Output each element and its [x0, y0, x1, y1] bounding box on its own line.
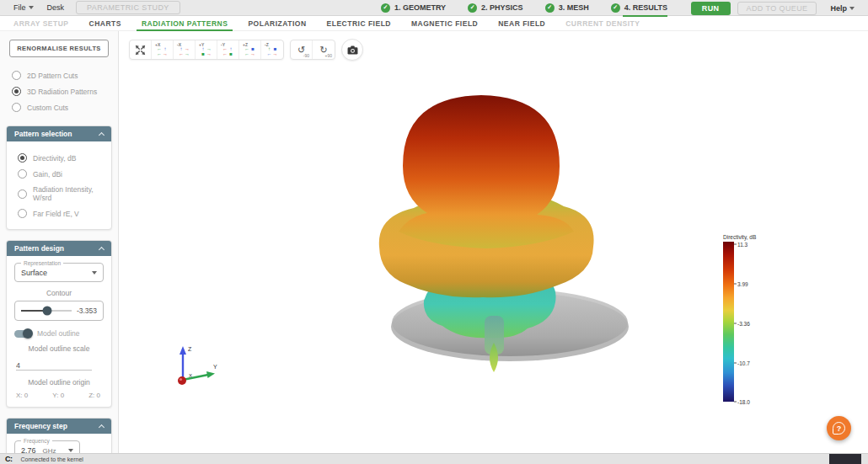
- toggle-knob: [23, 328, 33, 339]
- camera-icon: [347, 45, 358, 55]
- check-circle-icon: ✓: [545, 3, 555, 13]
- field-label: Representation: [21, 260, 63, 266]
- view-minus-y-button[interactable]: -Y ←↑←■: [217, 40, 239, 59]
- option-far-field[interactable]: Far Field rE, V: [14, 205, 104, 221]
- contour-slider-box: -3.353: [14, 301, 104, 321]
- collapse-chevron-icon: [99, 424, 104, 429]
- desk-menu[interactable]: Desk: [40, 3, 72, 12]
- panel-title: Frequency step: [14, 422, 67, 430]
- renormalise-results-button[interactable]: RENORMALISE RESULTS: [9, 40, 109, 57]
- run-button[interactable]: RUN: [691, 2, 731, 15]
- chevron-down-icon: [68, 449, 73, 452]
- radio-label: Gain, dBi: [33, 170, 62, 179]
- radio-icon: [12, 71, 21, 80]
- tab-near-field[interactable]: NEAR FIELD: [490, 16, 554, 31]
- kernel-status-message: Connected to the kernel: [21, 456, 83, 462]
- step-label: 1. GEOMETRY: [394, 3, 446, 12]
- origin-x[interactable]: X: 0: [16, 392, 28, 399]
- view-plus-z-button[interactable]: +Z ←■←→: [239, 40, 261, 59]
- kernel-logo: C:: [5, 455, 13, 463]
- viewport-3d[interactable]: +X ←↑←→ -X ↑→←→ +Y ↑→■→: [119, 31, 868, 453]
- colorbar-title: Directivity, dB: [723, 234, 762, 240]
- axis-arrows-icon: ←■←→: [244, 46, 256, 56]
- rotate-ccw-button[interactable]: ↺ -90: [291, 40, 313, 59]
- parametric-study-button[interactable]: PARAMETRIC STUDY: [76, 1, 180, 14]
- axis-arrows-icon: ↑■←→: [266, 46, 278, 56]
- model-outline-origin-label: Model outline origin: [14, 378, 104, 387]
- collapse-chevron-icon: [99, 131, 104, 137]
- colorbar-tick: -18.0: [734, 399, 750, 405]
- representation-select[interactable]: Representation Surface: [14, 263, 104, 282]
- origin-y[interactable]: Y: 0: [52, 392, 64, 399]
- view-minus-z-button[interactable]: -Z ↑■←→: [261, 40, 283, 59]
- model-outline-toggle[interactable]: [14, 330, 31, 338]
- topbar-actions: RUN ADD TO QUEUE Help: [691, 0, 861, 16]
- help-bubble-icon: ?: [833, 422, 845, 435]
- option-gain[interactable]: Gain, dBi: [14, 166, 104, 182]
- contour-slider-thumb[interactable]: [43, 307, 52, 316]
- radio-label: Custom Cuts: [27, 104, 68, 112]
- view-option-2d-pattern-cuts[interactable]: 2D Pattern Cuts: [0, 67, 118, 83]
- rotate-cw-button[interactable]: ↻ +90: [313, 40, 335, 59]
- step-geometry[interactable]: ✓ 1. GEOMETRY: [381, 3, 446, 13]
- step-results[interactable]: ✓ 4. RESULTS: [611, 3, 667, 13]
- option-directivity[interactable]: Directivity, dB: [14, 150, 104, 166]
- watermark-block: [829, 454, 861, 464]
- help-menu[interactable]: Help: [823, 4, 861, 13]
- radio-label: Radiation Intensity, W/srd: [33, 185, 104, 202]
- option-radiation-intensity[interactable]: Radiation Intensity, W/srd: [14, 182, 104, 205]
- add-to-queue-button[interactable]: ADD TO QUEUE: [737, 2, 817, 15]
- file-menu[interactable]: File: [7, 3, 40, 12]
- frequency-step-panel: Frequency step Frequency 2.76 GHz Max fr…: [6, 418, 112, 453]
- tab-array-setup: ARRAY SETUP: [5, 16, 78, 31]
- model-outline-scale-input[interactable]: [16, 361, 92, 371]
- contour-value: -3.353: [77, 307, 97, 315]
- panel-title: Pattern selection: [14, 130, 72, 138]
- z-axis-label: Z: [188, 346, 192, 352]
- tab-current-density: CURRENT DENSITY: [557, 16, 648, 31]
- frequency-step-header[interactable]: Frequency step: [7, 419, 111, 434]
- collapse-chevron-icon: [99, 246, 104, 252]
- pattern-selection-header[interactable]: Pattern selection: [7, 126, 111, 141]
- tab-polarization[interactable]: POLARIZATION: [239, 16, 314, 31]
- view-option-custom-cuts[interactable]: Custom Cuts: [0, 99, 118, 115]
- frequency-value: 2.76: [21, 446, 36, 453]
- step-mesh[interactable]: ✓ 3. MESH: [545, 3, 589, 13]
- fit-view-button[interactable]: [130, 40, 152, 59]
- top-menu-bar: File Desk PARAMETRIC STUDY ✓ 1. GEOMETRY…: [0, 0, 868, 16]
- pattern-design-panel: Pattern design Representation Surface Co…: [6, 240, 112, 408]
- radio-icon: [18, 169, 27, 179]
- view-minus-x-button[interactable]: -X ↑→←→: [174, 40, 196, 59]
- screenshot-button[interactable]: [341, 39, 363, 61]
- results-tab-bar: ARRAY SETUP CHARTS RADIATION PATTERNS PO…: [0, 16, 868, 31]
- contour-label: Contour: [14, 289, 104, 297]
- tab-magnetic-field[interactable]: MAGNETIC FIELD: [403, 16, 486, 31]
- y-axis-label: Y: [213, 364, 217, 370]
- origin-z[interactable]: Z: 0: [88, 392, 100, 399]
- colorbar-gradient: [723, 242, 734, 402]
- check-circle-icon: ✓: [468, 3, 477, 13]
- step-physics[interactable]: ✓ 2. PHYSICS: [468, 3, 523, 13]
- chevron-down-icon: [849, 7, 855, 10]
- help-fab-button[interactable]: ?: [827, 416, 851, 440]
- view-plus-y-button[interactable]: +Y ↑→■→: [196, 40, 217, 59]
- radio-label: Far Field rE, V: [33, 210, 79, 218]
- colorbar-tick: 11.3: [734, 242, 747, 248]
- tab-electric-field[interactable]: ELECTRIC FIELD: [319, 16, 399, 31]
- panel-title: Pattern design: [14, 244, 64, 253]
- field-label: Frequency: [21, 438, 52, 444]
- model-outline-scale-label: Model outline scale: [14, 344, 104, 353]
- representation-value: Surface: [21, 269, 47, 277]
- contour-slider[interactable]: [21, 310, 72, 312]
- tab-radiation-patterns[interactable]: RADIATION PATTERNS: [133, 16, 237, 31]
- view-option-3d-radiation-patterns[interactable]: 3D Radiation Patterns: [0, 83, 118, 99]
- chevron-down-icon: [29, 6, 34, 9]
- radiation-pattern-3d-plot[interactable]: [372, 90, 641, 381]
- view-plus-x-button[interactable]: +X ←↑←→: [152, 40, 174, 59]
- step-label: 3. MESH: [559, 3, 589, 12]
- axis-arrows-icon: ↑→←→: [179, 46, 190, 56]
- pattern-design-header[interactable]: Pattern design: [7, 241, 111, 256]
- frequency-select[interactable]: Frequency 2.76 GHz: [14, 440, 80, 453]
- axis-arrows-icon: ←↑←■: [222, 46, 234, 56]
- tab-charts[interactable]: CHARTS: [81, 16, 130, 31]
